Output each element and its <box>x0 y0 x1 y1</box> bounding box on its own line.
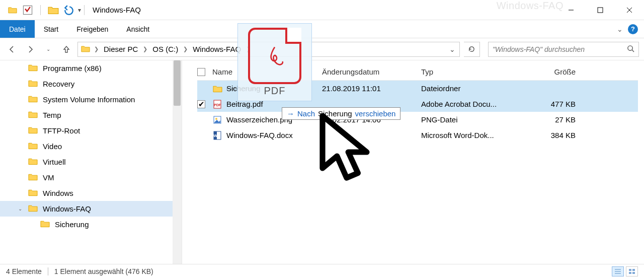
maximize-button[interactable] <box>586 0 615 20</box>
search-box[interactable]: "Windows-FAQ" durchsuchen <box>488 42 639 57</box>
qat-divider <box>40 5 41 15</box>
svg-point-5 <box>628 45 632 50</box>
tree-item[interactable]: Windows <box>0 185 182 201</box>
svg-text:W: W <box>213 133 217 138</box>
folder-icon <box>28 173 38 182</box>
tree-item-label: VM <box>43 173 54 182</box>
svg-rect-19 <box>629 272 631 274</box>
tree-item-label: Sicherung <box>55 220 89 229</box>
file-type-cell: Microsoft Word-Dok... <box>421 131 520 140</box>
folder-icon <box>28 110 38 120</box>
nav-up-button[interactable] <box>59 42 73 56</box>
view-thumbnails-button[interactable] <box>626 266 638 276</box>
file-name-cell: WWindows-FAQ.docx <box>212 130 322 141</box>
tree-item[interactable]: ⌄Windows-FAQ <box>0 201 182 217</box>
header-type[interactable]: Typ <box>421 67 520 76</box>
status-bar: 4 Elemente 1 Element ausgewählt (476 KB) <box>0 264 644 278</box>
breadcrumb-sep[interactable]: ❯ <box>92 46 101 52</box>
ribbon-tab-share[interactable]: Freigeben <box>67 20 117 38</box>
pdf-icon: PDF <box>212 99 222 109</box>
svg-line-6 <box>632 50 634 52</box>
title-bar: ▾ Windows-FAQ Windows-FAQ <box>0 0 644 20</box>
navigation-tree: Programme (x86)RecoverySystem Volume Inf… <box>0 60 182 264</box>
header-size[interactable]: Größe <box>520 67 581 76</box>
undo-icon[interactable] <box>63 5 74 16</box>
tree-item[interactable]: Virtuell <box>0 154 182 170</box>
status-item-count: 4 Elemente <box>6 267 42 275</box>
ribbon-collapse-icon[interactable]: ⌄ <box>617 25 623 33</box>
properties-icon[interactable] <box>22 5 33 16</box>
header-date[interactable]: Änderungsdatum <box>322 67 421 76</box>
tree-item-label: Programme (x86) <box>43 64 102 73</box>
breadcrumb-sep[interactable]: ❯ <box>141 46 149 52</box>
header-checkbox[interactable] <box>197 68 212 76</box>
close-button[interactable] <box>615 0 644 20</box>
tree-item[interactable]: Video <box>0 138 182 154</box>
nav-recent-dropdown[interactable]: ⌄ <box>41 42 55 56</box>
ribbon-tabs: Datei Start Freigeben Ansicht ⌄ ? <box>0 20 644 38</box>
view-details-button[interactable] <box>612 266 624 276</box>
tree-item[interactable]: Programme (x86) <box>0 60 182 76</box>
folder-icon <box>212 84 222 94</box>
tree-item-label: Video <box>43 142 62 151</box>
address-dropdown-icon[interactable]: ⌄ <box>445 42 459 56</box>
new-folder-icon[interactable] <box>48 5 59 16</box>
tree-scroll-thumb[interactable] <box>174 60 181 106</box>
tree-item-label: TFTP-Root <box>43 126 80 135</box>
folder-icon <box>40 220 50 229</box>
png-icon <box>212 115 222 125</box>
qat-dropdown-icon[interactable]: ▾ <box>78 7 81 14</box>
drag-ghost-pdf: PDF <box>237 23 312 101</box>
tree-item-label: Recovery <box>43 80 74 88</box>
file-size-cell: 27 KB <box>520 115 581 124</box>
file-type-cell: Adobe Acrobat Docu... <box>421 100 520 108</box>
folder-icon <box>28 188 38 198</box>
file-name-label: Windows-FAQ.docx <box>226 131 293 140</box>
file-date-cell: 21.08.2019 11:01 <box>322 84 421 93</box>
svg-rect-20 <box>632 272 635 274</box>
svg-text:PDF: PDF <box>214 103 221 107</box>
nav-back-button[interactable] <box>5 42 19 56</box>
cursor-illustration <box>314 112 395 194</box>
title-divider <box>84 5 85 15</box>
status-separator <box>48 267 48 275</box>
file-size-cell: 384 KB <box>520 131 581 140</box>
breadcrumb-sep[interactable]: ❯ <box>181 46 190 52</box>
tree-item-label: Temp <box>43 111 61 119</box>
help-icon[interactable]: ? <box>628 24 638 34</box>
file-row[interactable]: WWindows-FAQ.docx 14:35Microsoft Word-Do… <box>197 127 638 143</box>
folder-icon <box>28 142 38 151</box>
tree-item[interactable]: System Volume Information <box>0 92 182 107</box>
view-mode-toggles <box>612 266 638 276</box>
row-checkbox[interactable]: ✔ <box>197 100 212 108</box>
file-row[interactable]: Wasserzeichen.png15.02.2017 14:06PNG-Dat… <box>197 112 638 127</box>
watermark-text: Windows-FAQ <box>497 0 564 12</box>
breadcrumb-this-pc[interactable]: Dieser PC <box>103 44 139 54</box>
svg-rect-17 <box>629 269 631 271</box>
tree-item[interactable]: Recovery <box>0 76 182 92</box>
chevron-down-icon[interactable]: ⌄ <box>18 206 22 212</box>
breadcrumb-current[interactable]: Windows-FAQ <box>192 44 242 54</box>
file-type-cell: Dateiordner <box>421 84 520 93</box>
tooltip-prefix: Nach <box>297 109 315 118</box>
tree-item[interactable]: TFTP-Root <box>0 123 182 138</box>
status-selection: 1 Element ausgewählt (476 KB) <box>54 267 153 275</box>
folder-icon <box>28 63 38 73</box>
tree-item[interactable]: Sicherung <box>0 217 182 232</box>
refresh-button[interactable] <box>464 42 480 57</box>
nav-row: ⌄ ❯ Dieser PC ❯ OS (C:) ❯ Windows-FAQ ❯ … <box>0 38 644 60</box>
tree-scrollbar[interactable] <box>173 60 182 264</box>
nav-forward-button[interactable] <box>23 42 37 56</box>
pdf-icon <box>248 28 301 84</box>
breadcrumb-drive[interactable]: OS (C:) <box>151 44 179 54</box>
window-title: Windows-FAQ <box>93 6 141 14</box>
search-placeholder: "Windows-FAQ" durchsuchen <box>493 45 585 53</box>
ribbon-tab-file[interactable]: Datei <box>0 20 35 38</box>
search-icon[interactable] <box>627 45 634 54</box>
ribbon-tab-view[interactable]: Ansicht <box>117 20 158 38</box>
pdf-ghost-label: PDF <box>264 85 286 97</box>
address-folder-icon <box>81 45 90 54</box>
tree-item[interactable]: VM <box>0 170 182 185</box>
tree-item[interactable]: Temp <box>0 107 182 123</box>
ribbon-tab-start[interactable]: Start <box>35 20 68 38</box>
